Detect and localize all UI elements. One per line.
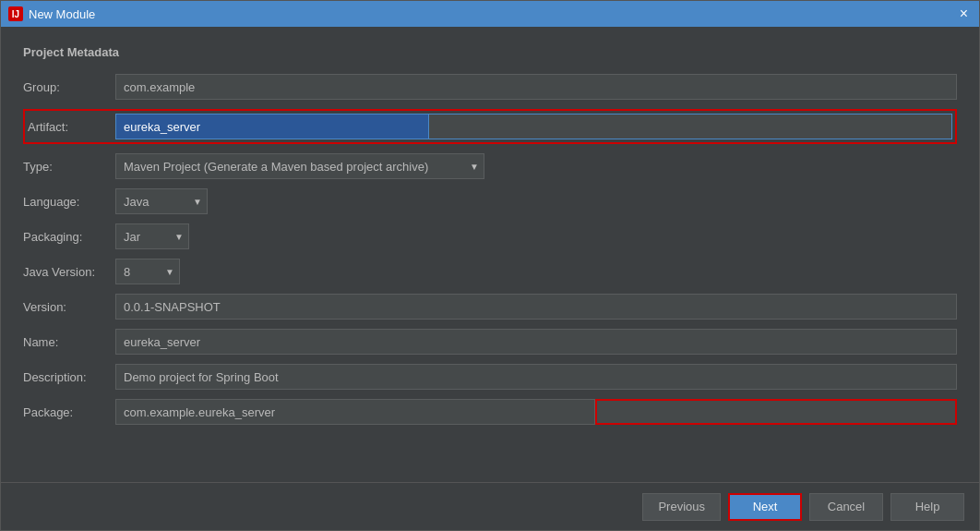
app-icon: IJ xyxy=(8,6,23,21)
description-label: Description: xyxy=(23,370,115,384)
name-input[interactable] xyxy=(115,329,957,355)
java-version-select-wrapper: 8 11 17 ▼ xyxy=(115,259,180,284)
type-row: Type: Maven Project (Generate a Maven ba… xyxy=(23,153,957,179)
java-version-label: Java Version: xyxy=(23,265,115,279)
package-inputs xyxy=(115,399,957,425)
previous-button[interactable]: Previous xyxy=(642,493,721,521)
version-field xyxy=(115,294,957,320)
language-row: Language: Java Kotlin Groovy ▼ xyxy=(23,188,957,214)
group-label: Group: xyxy=(23,80,115,94)
close-button[interactable]: × xyxy=(956,6,972,21)
new-module-dialog: IJ New Module × Project Metadata Group: … xyxy=(0,0,980,531)
packaging-label: Packaging: xyxy=(23,230,115,244)
name-label: Name: xyxy=(23,335,115,349)
java-version-row: Java Version: 8 11 17 ▼ xyxy=(23,259,957,284)
dialog-content: Project Metadata Group: Artifact: Type: … xyxy=(1,27,979,482)
packaging-select-wrapper: Jar War ▼ xyxy=(115,223,189,249)
cancel-button[interactable]: Cancel xyxy=(809,493,883,521)
package-input-left[interactable] xyxy=(115,399,595,425)
packaging-select[interactable]: Jar War xyxy=(115,223,189,249)
artifact-label: Artifact: xyxy=(28,120,115,134)
title-bar: IJ New Module × xyxy=(1,1,979,27)
artifact-inputs xyxy=(115,114,952,139)
language-select[interactable]: Java Kotlin Groovy xyxy=(115,188,208,214)
dialog-title: New Module xyxy=(29,7,95,21)
name-field xyxy=(115,329,957,355)
artifact-row: Artifact: xyxy=(23,109,957,144)
type-select[interactable]: Maven Project (Generate a Maven based pr… xyxy=(115,153,484,179)
packaging-row: Packaging: Jar War ▼ xyxy=(23,223,957,249)
package-input-right[interactable] xyxy=(595,399,957,425)
artifact-input-left[interactable] xyxy=(115,114,429,139)
package-label: Package: xyxy=(23,405,115,419)
version-input[interactable] xyxy=(115,294,957,320)
version-label: Version: xyxy=(23,300,115,314)
type-select-wrapper: Maven Project (Generate a Maven based pr… xyxy=(115,153,484,179)
artifact-input-right[interactable] xyxy=(429,114,952,139)
group-field xyxy=(115,74,957,100)
bottom-bar: Previous Next Cancel Help xyxy=(1,482,979,530)
name-row: Name: xyxy=(23,329,957,355)
title-bar-left: IJ New Module xyxy=(8,6,95,21)
description-input[interactable] xyxy=(115,364,957,390)
package-row: Package: xyxy=(23,399,957,425)
description-row: Description: xyxy=(23,364,957,390)
description-field xyxy=(115,364,957,390)
help-button[interactable]: Help xyxy=(890,493,964,521)
next-button[interactable]: Next xyxy=(728,493,802,521)
language-label: Language: xyxy=(23,195,115,209)
java-version-select[interactable]: 8 11 17 xyxy=(115,259,180,284)
group-row: Group: xyxy=(23,74,957,100)
version-row: Version: xyxy=(23,294,957,320)
type-label: Type: xyxy=(23,160,115,174)
section-title: Project Metadata xyxy=(23,45,957,59)
language-select-wrapper: Java Kotlin Groovy ▼ xyxy=(115,188,208,214)
group-input[interactable] xyxy=(115,74,957,100)
